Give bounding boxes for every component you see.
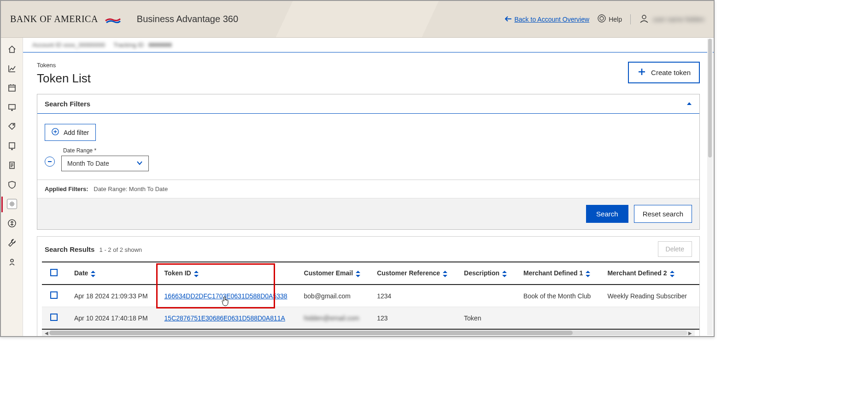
scroll-left-icon: ◀: [44, 331, 49, 336]
cell-md1: Book of the Month Club: [515, 285, 599, 307]
calendar-icon[interactable]: [7, 83, 17, 93]
applied-filters-row: Applied Filters: Date Range: Month To Da…: [37, 180, 699, 198]
arrow-left-icon: [505, 16, 511, 23]
sort-icon: [443, 271, 447, 277]
cell-email: hidden@email.com: [304, 314, 359, 322]
breadcrumb: Account ID xxxx_00000000 Tracking ID 000…: [23, 38, 714, 52]
sort-icon: [194, 271, 199, 277]
main-area: Account ID xxxx_00000000 Tracking ID 000…: [23, 38, 714, 336]
back-to-overview-link[interactable]: Back to Account Overview: [505, 16, 589, 23]
sort-icon: [356, 271, 360, 277]
device-icon[interactable]: [7, 141, 17, 151]
page-eyebrow: Tokens: [37, 62, 91, 69]
date-range-select[interactable]: Month To Date: [61, 156, 149, 171]
svg-point-1: [600, 17, 604, 20]
search-results-title: Search Results: [45, 245, 94, 253]
applied-filters-value: Date Range: Month To Date: [94, 186, 168, 192]
col-customer-reference[interactable]: Customer Reference: [369, 262, 456, 285]
reset-search-button[interactable]: Reset search: [634, 205, 692, 223]
token-icon[interactable]: [7, 199, 17, 209]
horizontal-scrollbar[interactable]: ◀ ▶: [42, 330, 695, 336]
cell-ref: 123: [369, 307, 456, 330]
home-icon[interactable]: [7, 44, 17, 54]
cell-md2: Weekly Reading Subscriber: [599, 285, 695, 307]
svg-point-2: [642, 15, 646, 19]
breadcrumb-text-3: 0000000: [148, 41, 172, 48]
help-label: Help: [609, 16, 622, 23]
top-bar: BANK OF AMERICA Business Advantage 360 B…: [1, 1, 714, 38]
add-filter-button[interactable]: Add filter: [45, 124, 96, 141]
person-icon[interactable]: [7, 257, 17, 267]
svg-rect-3: [9, 85, 15, 91]
bofa-flag-icon: [105, 14, 121, 24]
search-button[interactable]: Search: [586, 205, 628, 223]
search-results-panel: Search Results 1 - 2 of 2 shown Delete: [37, 236, 700, 336]
search-filters-title: Search Filters: [45, 100, 90, 108]
brand-product: Business Advantage 360: [137, 14, 238, 24]
row-checkbox[interactable]: [50, 314, 58, 321]
side-rail: [1, 38, 23, 336]
page-scrollbar[interactable]: [707, 39, 713, 335]
brand-name: BANK OF AMERICA: [10, 14, 98, 24]
col-md-more[interactable]: Merc: [695, 262, 699, 285]
col-md2[interactable]: Merchant Defined 2: [599, 262, 695, 285]
cell-md1: [515, 307, 599, 330]
date-range-label: Date Range *: [61, 147, 149, 154]
plus-icon: [637, 67, 646, 78]
col-md1[interactable]: Merchant Defined 1: [515, 262, 599, 285]
add-filter-label: Add filter: [64, 129, 89, 136]
col-description[interactable]: Description: [456, 262, 515, 285]
applied-filters-label: Applied Filters:: [45, 186, 88, 192]
shield-icon[interactable]: [7, 180, 17, 190]
breadcrumb-text-1: Account ID xxxx_00000000: [32, 41, 105, 48]
divider: [630, 14, 631, 24]
token-table: Date Token ID Customer Email Customer Re…: [42, 262, 699, 330]
cell-desc: [456, 285, 515, 307]
user-chip[interactable]: user name hidden: [639, 13, 704, 25]
sort-icon: [670, 271, 674, 277]
cell-md2: [599, 307, 695, 330]
help-button[interactable]: Help: [598, 14, 622, 24]
svg-rect-6: [9, 143, 15, 148]
create-token-label: Create token: [651, 69, 691, 76]
cell-ref: 1234: [369, 285, 456, 307]
page-title: Token List: [37, 71, 91, 86]
svg-point-5: [13, 124, 14, 125]
results-count: 1 - 2 of 2 shown: [100, 246, 142, 253]
create-token-button[interactable]: Create token: [628, 62, 700, 83]
breadcrumb-text-2: Tracking ID: [113, 41, 144, 48]
svg-point-11: [11, 259, 13, 262]
search-filters-panel: Search Filters Add filter: [37, 94, 700, 230]
svg-point-9: [11, 203, 13, 205]
collapse-toggle[interactable]: [686, 101, 692, 107]
add-circle-icon: [52, 128, 59, 137]
sort-icon: [586, 271, 590, 277]
money-icon[interactable]: [7, 218, 17, 228]
remove-filter-button[interactable]: [45, 157, 55, 167]
svg-point-0: [598, 15, 605, 22]
user-icon: [639, 13, 649, 25]
col-date[interactable]: Date: [66, 262, 156, 285]
token-id-link[interactable]: 15C2876751E30686E0631D588D0A811A: [164, 314, 285, 322]
wrench-icon[interactable]: [7, 238, 17, 248]
monitor-icon[interactable]: [7, 102, 17, 112]
sort-icon: [502, 271, 507, 277]
col-customer-email[interactable]: Customer Email: [296, 262, 369, 285]
table-row: Apr 10 2024 17:40:18 PM 15C2876751E30686…: [42, 307, 699, 330]
cell-date: Apr 10 2024 17:40:18 PM: [66, 307, 156, 330]
date-range-value: Month To Date: [67, 160, 109, 167]
cell-desc: Token: [456, 307, 515, 330]
select-all-checkbox[interactable]: [50, 269, 58, 276]
token-id-link[interactable]: 166634DD2DFC1703E0631D588D0A5338: [164, 292, 287, 300]
table-row: Apr 18 2024 21:09:33 PM 166634DD2DFC1703…: [42, 285, 699, 307]
col-token-id[interactable]: Token ID: [156, 262, 296, 285]
back-link-label: Back to Account Overview: [514, 16, 589, 23]
document-icon[interactable]: [7, 160, 17, 170]
chart-icon[interactable]: [7, 64, 17, 74]
delete-button: Delete: [658, 241, 692, 257]
scroll-right-icon: ▶: [687, 331, 693, 336]
user-name-label: user name hidden: [653, 16, 704, 23]
row-checkbox[interactable]: [50, 291, 58, 299]
tag-icon[interactable]: [7, 122, 17, 132]
brand-block: BANK OF AMERICA Business Advantage 360: [10, 14, 238, 24]
